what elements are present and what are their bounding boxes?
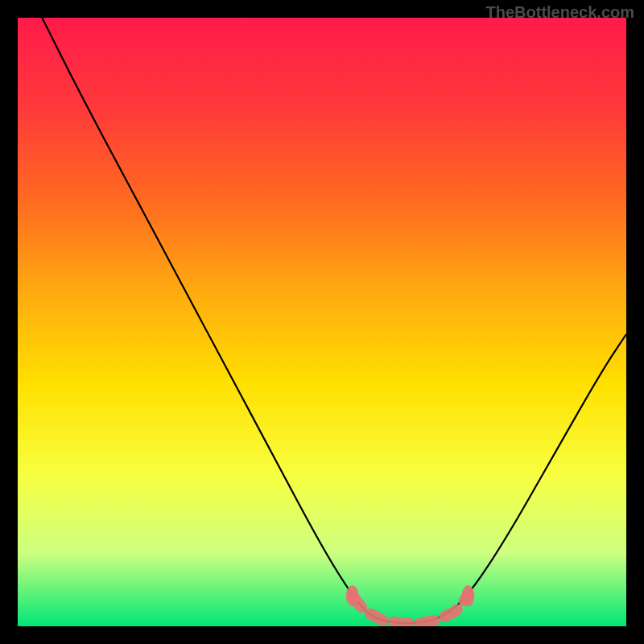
highlight-endcap xyxy=(346,585,359,606)
highlight-endcap xyxy=(461,585,474,606)
chart-frame: TheBottleneck.com xyxy=(0,0,644,644)
chart-svg xyxy=(18,18,626,626)
plot-area xyxy=(18,18,626,626)
gradient-background xyxy=(18,18,626,626)
